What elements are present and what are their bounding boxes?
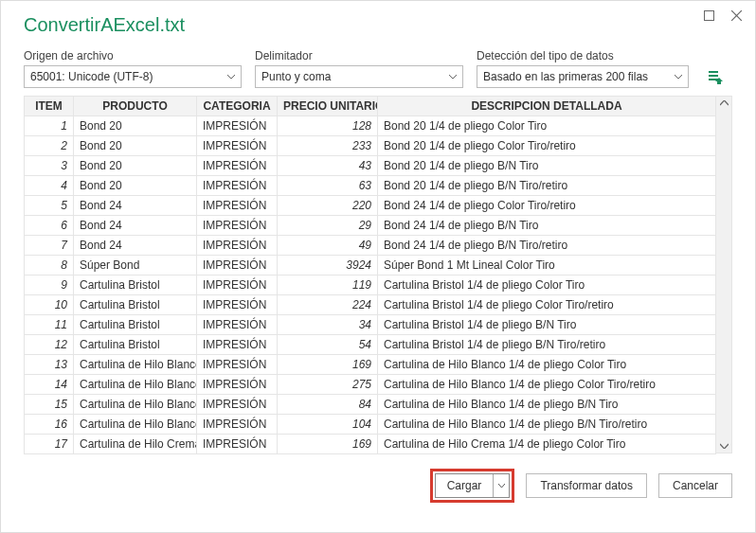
vertical-scrollbar[interactable] — [716, 96, 732, 453]
cell-precio: 54 — [278, 335, 378, 355]
cell-precio: 104 — [278, 415, 378, 435]
cell-precio: 84 — [278, 395, 378, 415]
transform-button-label: Transformar datos — [540, 479, 633, 492]
cell-producto: Bond 24 — [74, 196, 197, 216]
cell-categoria: IMPRESIÓN — [197, 176, 278, 196]
delimiter-label: Delimitador — [255, 49, 463, 62]
maximize-icon[interactable] — [704, 9, 714, 24]
scroll-up-icon[interactable] — [720, 100, 729, 106]
cell-descripcion: Súper Bond 1 Mt Lineal Color Tiro — [378, 256, 716, 275]
table-row[interactable]: 6Bond 24IMPRESIÓN29Bond 24 1/4 de pliego… — [25, 216, 716, 236]
chevron-down-icon — [227, 75, 235, 80]
delimiter-dropdown[interactable]: Punto y coma — [255, 65, 463, 88]
load-button[interactable]: Cargar — [435, 473, 511, 498]
cell-producto: Cartulina de Hilo Blanco — [74, 415, 197, 435]
table-row[interactable]: 12Cartulina BristolIMPRESIÓN54Cartulina … — [25, 335, 716, 355]
cell-descripcion: Cartulina Bristol 1/4 de pliego Color Ti… — [378, 295, 716, 315]
table-row[interactable]: 1Bond 20IMPRESIÓN128Bond 20 1/4 de plieg… — [25, 116, 716, 136]
cell-item: 15 — [25, 395, 74, 415]
cell-categoria: IMPRESIÓN — [197, 435, 278, 454]
cell-categoria: IMPRESIÓN — [197, 295, 278, 315]
cell-producto: Cartulina de Hilo Blanco — [74, 375, 197, 395]
settings-icon[interactable] — [706, 67, 725, 86]
cell-categoria: IMPRESIÓN — [197, 116, 278, 136]
close-icon[interactable] — [731, 9, 742, 24]
origin-group: Origen de archivo 65001: Unicode (UTF-8) — [24, 49, 242, 88]
cell-item: 14 — [25, 375, 74, 395]
col-producto[interactable]: PRODUCTO — [74, 97, 197, 116]
cell-item: 6 — [25, 216, 74, 236]
cell-precio: 34 — [278, 315, 378, 335]
load-button-dropdown[interactable] — [494, 474, 509, 497]
cell-descripcion: Bond 20 1/4 de pliego B/N Tiro — [378, 156, 716, 176]
cell-precio: 233 — [278, 136, 378, 156]
col-item[interactable]: ITEM — [25, 97, 74, 116]
window-controls — [704, 9, 742, 24]
cell-producto: Cartulina Bristol — [74, 295, 197, 315]
cell-item: 17 — [25, 435, 74, 454]
cell-descripcion: Cartulina Bristol 1/4 de pliego Color Ti… — [378, 275, 716, 295]
cancel-button-label: Cancelar — [673, 479, 718, 492]
col-precio[interactable]: PRECIO UNITARIO — [278, 97, 378, 116]
col-descripcion[interactable]: DESCRIPCION DETALLADA — [378, 97, 716, 116]
cell-precio: 3924 — [278, 256, 378, 275]
cell-precio: 169 — [278, 355, 378, 375]
origin-dropdown[interactable]: 65001: Unicode (UTF-8) — [24, 65, 242, 88]
table-row[interactable]: 17Cartulina de Hilo CremaIMPRESIÓN169Car… — [25, 435, 716, 454]
cell-producto: Súper Bond — [74, 256, 197, 275]
svg-rect-5 — [709, 75, 718, 77]
cell-producto: Bond 20 — [74, 116, 197, 136]
cell-precio: 275 — [278, 375, 378, 395]
cell-categoria: IMPRESIÓN — [197, 395, 278, 415]
cell-producto: Cartulina Bristol — [74, 275, 197, 295]
table-row[interactable]: 16Cartulina de Hilo BlancoIMPRESIÓN104Ca… — [25, 415, 716, 435]
scroll-down-icon[interactable] — [720, 443, 729, 449]
cell-descripcion: Cartulina de Hilo Blanco 1/4 de pliego C… — [378, 375, 716, 395]
cell-descripcion: Bond 24 1/4 de pliego B/N Tiro — [378, 216, 716, 236]
cell-descripcion: Cartulina de Hilo Crema 1/4 de pliego Co… — [378, 435, 716, 454]
table-row[interactable]: 10Cartulina BristolIMPRESIÓN224Cartulina… — [25, 295, 716, 315]
highlight-annotation: Cargar — [430, 469, 515, 503]
table-row[interactable]: 2Bond 20IMPRESIÓN233Bond 20 1/4 de plieg… — [25, 136, 716, 156]
cell-producto: Bond 20 — [74, 176, 197, 196]
cell-categoria: IMPRESIÓN — [197, 375, 278, 395]
cell-categoria: IMPRESIÓN — [197, 156, 278, 176]
cell-categoria: IMPRESIÓN — [197, 315, 278, 335]
cell-item: 5 — [25, 196, 74, 216]
table-row[interactable]: 13Cartulina de Hilo BlancoIMPRESIÓN169Ca… — [25, 355, 716, 375]
table-row[interactable]: 15Cartulina de Hilo BlancoIMPRESIÓN84Car… — [25, 395, 716, 415]
table-row[interactable]: 4Bond 20IMPRESIÓN63Bond 20 1/4 de pliego… — [25, 176, 716, 196]
cell-descripcion: Bond 20 1/4 de pliego Color Tiro/retiro — [378, 136, 716, 156]
col-categoria[interactable]: CATEGORIA — [197, 97, 278, 116]
cell-precio: 43 — [278, 156, 378, 176]
detection-label: Detección del tipo de datos — [477, 49, 689, 62]
table-row[interactable]: 7Bond 24IMPRESIÓN49Bond 24 1/4 de pliego… — [25, 236, 716, 256]
table-row[interactable]: 3Bond 20IMPRESIÓN43Bond 20 1/4 de pliego… — [25, 156, 716, 176]
cell-item: 7 — [25, 236, 74, 256]
cancel-button[interactable]: Cancelar — [658, 473, 732, 498]
preview-table-scroll[interactable]: ITEM PRODUCTO CATEGORIA PRECIO UNITARIO … — [24, 96, 716, 453]
table-row[interactable]: 14Cartulina de Hilo BlancoIMPRESIÓN275Ca… — [25, 375, 716, 395]
svg-rect-4 — [709, 71, 718, 73]
cell-producto: Cartulina Bristol — [74, 315, 197, 335]
cell-precio: 63 — [278, 176, 378, 196]
detection-dropdown[interactable]: Basado en las primeras 200 filas — [477, 65, 689, 88]
cell-categoria: IMPRESIÓN — [197, 256, 278, 275]
origin-label: Origen de archivo — [24, 49, 242, 62]
table-row[interactable]: 8Súper BondIMPRESIÓN3924Súper Bond 1 Mt … — [25, 256, 716, 275]
detection-group: Detección del tipo de datos Basado en la… — [477, 49, 689, 88]
cell-item: 13 — [25, 355, 74, 375]
cell-item: 9 — [25, 275, 74, 295]
table-row[interactable]: 5Bond 24IMPRESIÓN220Bond 24 1/4 de plieg… — [25, 196, 716, 216]
transform-button[interactable]: Transformar datos — [526, 473, 647, 498]
table-row[interactable]: 11Cartulina BristolIMPRESIÓN34Cartulina … — [25, 315, 716, 335]
cell-descripcion: Bond 20 1/4 de pliego Color Tiro — [378, 116, 716, 136]
cell-precio: 169 — [278, 435, 378, 454]
cell-descripcion: Bond 24 1/4 de pliego B/N Tiro/retiro — [378, 236, 716, 256]
cell-categoria: IMPRESIÓN — [197, 335, 278, 355]
cell-categoria: IMPRESIÓN — [197, 415, 278, 435]
cell-categoria: IMPRESIÓN — [197, 355, 278, 375]
cell-producto: Bond 20 — [74, 156, 197, 176]
cell-descripcion: Cartulina de Hilo Blanco 1/4 de pliego B… — [378, 395, 716, 415]
table-row[interactable]: 9Cartulina BristolIMPRESIÓN119Cartulina … — [25, 275, 716, 295]
